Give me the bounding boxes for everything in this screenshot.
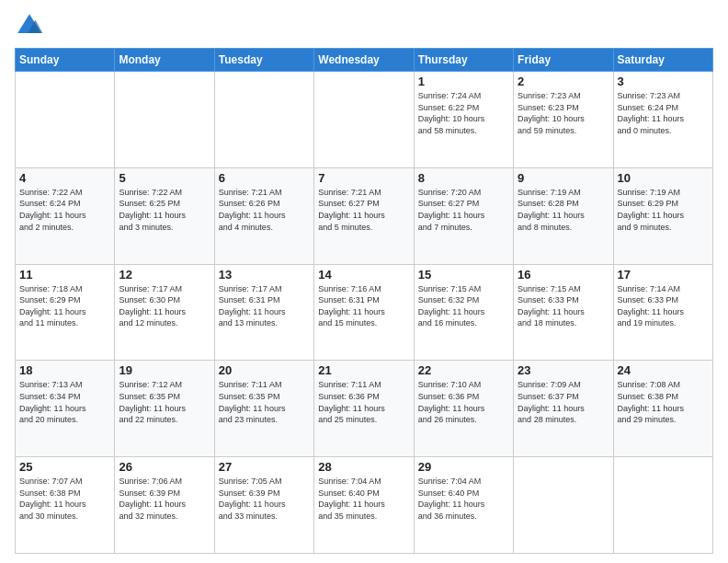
day-info: Sunrise: 7:06 AM Sunset: 6:39 PM Dayligh… — [119, 476, 210, 522]
day-cell: 17Sunrise: 7:14 AM Sunset: 6:33 PM Dayli… — [613, 264, 712, 361]
day-cell: 10Sunrise: 7:19 AM Sunset: 6:29 PM Dayli… — [613, 167, 712, 264]
day-info: Sunrise: 7:13 AM Sunset: 6:34 PM Dayligh… — [19, 379, 110, 425]
day-cell — [613, 457, 712, 554]
day-cell: 12Sunrise: 7:17 AM Sunset: 6:30 PM Dayli… — [115, 264, 214, 361]
day-cell: 4Sunrise: 7:22 AM Sunset: 6:24 PM Daylig… — [16, 167, 115, 264]
day-number: 24 — [618, 363, 709, 377]
weekday-header-sunday: Sunday — [16, 49, 115, 72]
day-info: Sunrise: 7:14 AM Sunset: 6:33 PM Dayligh… — [618, 283, 709, 329]
day-number: 19 — [119, 363, 210, 377]
weekday-header-tuesday: Tuesday — [214, 49, 313, 72]
day-cell: 7Sunrise: 7:21 AM Sunset: 6:27 PM Daylig… — [314, 167, 414, 264]
weekday-header-thursday: Thursday — [414, 49, 513, 72]
calendar: SundayMondayTuesdayWednesdayThursdayFrid… — [15, 48, 713, 554]
header — [15, 11, 713, 40]
logo-icon — [15, 11, 44, 40]
day-info: Sunrise: 7:19 AM Sunset: 6:29 PM Dayligh… — [618, 187, 709, 233]
day-number: 12 — [119, 268, 210, 282]
day-cell: 26Sunrise: 7:06 AM Sunset: 6:39 PM Dayli… — [115, 457, 214, 554]
day-number: 7 — [318, 171, 409, 185]
day-number: 1 — [418, 75, 509, 88]
day-number: 14 — [318, 268, 409, 282]
week-row-0: 1Sunrise: 7:24 AM Sunset: 6:22 PM Daylig… — [16, 72, 713, 168]
day-number: 23 — [518, 363, 609, 377]
day-info: Sunrise: 7:07 AM Sunset: 6:38 PM Dayligh… — [19, 476, 110, 522]
day-cell: 13Sunrise: 7:17 AM Sunset: 6:31 PM Dayli… — [214, 264, 313, 361]
day-cell — [514, 457, 613, 554]
day-number: 17 — [618, 268, 709, 282]
day-info: Sunrise: 7:17 AM Sunset: 6:31 PM Dayligh… — [219, 283, 310, 329]
day-info: Sunrise: 7:17 AM Sunset: 6:30 PM Dayligh… — [119, 283, 210, 329]
day-cell: 16Sunrise: 7:15 AM Sunset: 6:33 PM Dayli… — [514, 264, 613, 361]
day-number: 9 — [518, 171, 609, 185]
day-number: 25 — [19, 460, 110, 474]
weekday-header-wednesday: Wednesday — [314, 49, 414, 72]
week-row-3: 18Sunrise: 7:13 AM Sunset: 6:34 PM Dayli… — [16, 361, 713, 457]
day-number: 16 — [518, 268, 609, 282]
day-cell: 24Sunrise: 7:08 AM Sunset: 6:38 PM Dayli… — [613, 361, 712, 457]
day-cell: 3Sunrise: 7:23 AM Sunset: 6:24 PM Daylig… — [613, 72, 712, 168]
day-cell: 28Sunrise: 7:04 AM Sunset: 6:40 PM Dayli… — [314, 457, 414, 554]
day-number: 4 — [19, 171, 110, 185]
day-info: Sunrise: 7:24 AM Sunset: 6:22 PM Dayligh… — [418, 90, 509, 136]
weekday-header-row: SundayMondayTuesdayWednesdayThursdayFrid… — [16, 49, 713, 72]
day-number: 6 — [219, 171, 310, 185]
day-info: Sunrise: 7:09 AM Sunset: 6:37 PM Dayligh… — [518, 379, 609, 425]
day-cell: 5Sunrise: 7:22 AM Sunset: 6:25 PM Daylig… — [115, 167, 214, 264]
day-cell: 20Sunrise: 7:11 AM Sunset: 6:35 PM Dayli… — [214, 361, 313, 457]
weekday-header-friday: Friday — [514, 49, 613, 72]
day-number: 21 — [318, 363, 409, 377]
weekday-header-monday: Monday — [115, 49, 214, 72]
day-cell: 25Sunrise: 7:07 AM Sunset: 6:38 PM Dayli… — [16, 457, 115, 554]
day-cell: 2Sunrise: 7:23 AM Sunset: 6:23 PM Daylig… — [514, 72, 613, 168]
day-cell — [314, 72, 414, 168]
day-cell: 21Sunrise: 7:11 AM Sunset: 6:36 PM Dayli… — [314, 361, 414, 457]
week-row-4: 25Sunrise: 7:07 AM Sunset: 6:38 PM Dayli… — [16, 457, 713, 554]
day-cell: 19Sunrise: 7:12 AM Sunset: 6:35 PM Dayli… — [115, 361, 214, 457]
day-info: Sunrise: 7:11 AM Sunset: 6:36 PM Dayligh… — [318, 379, 409, 425]
day-cell: 11Sunrise: 7:18 AM Sunset: 6:29 PM Dayli… — [16, 264, 115, 361]
weekday-header-saturday: Saturday — [613, 49, 712, 72]
day-number: 29 — [418, 460, 509, 474]
day-number: 28 — [318, 460, 409, 474]
week-row-2: 11Sunrise: 7:18 AM Sunset: 6:29 PM Dayli… — [16, 264, 713, 361]
day-info: Sunrise: 7:21 AM Sunset: 6:27 PM Dayligh… — [318, 187, 409, 233]
day-info: Sunrise: 7:10 AM Sunset: 6:36 PM Dayligh… — [418, 379, 509, 425]
day-cell: 14Sunrise: 7:16 AM Sunset: 6:31 PM Dayli… — [314, 264, 414, 361]
day-cell: 9Sunrise: 7:19 AM Sunset: 6:28 PM Daylig… — [514, 167, 613, 264]
day-info: Sunrise: 7:05 AM Sunset: 6:39 PM Dayligh… — [219, 476, 310, 522]
day-info: Sunrise: 7:15 AM Sunset: 6:33 PM Dayligh… — [518, 283, 609, 329]
day-cell: 1Sunrise: 7:24 AM Sunset: 6:22 PM Daylig… — [414, 72, 513, 168]
day-info: Sunrise: 7:15 AM Sunset: 6:32 PM Dayligh… — [418, 283, 509, 329]
day-info: Sunrise: 7:08 AM Sunset: 6:38 PM Dayligh… — [618, 379, 709, 425]
day-info: Sunrise: 7:19 AM Sunset: 6:28 PM Dayligh… — [518, 187, 609, 233]
day-info: Sunrise: 7:23 AM Sunset: 6:24 PM Dayligh… — [618, 90, 709, 136]
day-number: 15 — [418, 268, 509, 282]
day-number: 8 — [418, 171, 509, 185]
day-number: 11 — [19, 268, 110, 282]
day-info: Sunrise: 7:11 AM Sunset: 6:35 PM Dayligh… — [219, 379, 310, 425]
day-cell: 22Sunrise: 7:10 AM Sunset: 6:36 PM Dayli… — [414, 361, 513, 457]
day-info: Sunrise: 7:12 AM Sunset: 6:35 PM Dayligh… — [119, 379, 210, 425]
day-number: 26 — [119, 460, 210, 474]
day-cell: 23Sunrise: 7:09 AM Sunset: 6:37 PM Dayli… — [514, 361, 613, 457]
logo — [15, 11, 48, 40]
day-info: Sunrise: 7:23 AM Sunset: 6:23 PM Dayligh… — [518, 90, 609, 136]
day-number: 3 — [618, 75, 709, 88]
day-number: 20 — [219, 363, 310, 377]
day-cell — [16, 72, 115, 168]
day-info: Sunrise: 7:04 AM Sunset: 6:40 PM Dayligh… — [318, 476, 409, 522]
day-number: 2 — [518, 75, 609, 88]
day-info: Sunrise: 7:18 AM Sunset: 6:29 PM Dayligh… — [19, 283, 110, 329]
day-info: Sunrise: 7:22 AM Sunset: 6:25 PM Dayligh… — [119, 187, 210, 233]
day-cell: 8Sunrise: 7:20 AM Sunset: 6:27 PM Daylig… — [414, 167, 513, 264]
day-number: 18 — [19, 363, 110, 377]
day-info: Sunrise: 7:22 AM Sunset: 6:24 PM Dayligh… — [19, 187, 110, 233]
page: SundayMondayTuesdayWednesdayThursdayFrid… — [0, 0, 728, 563]
day-cell — [214, 72, 313, 168]
day-cell: 6Sunrise: 7:21 AM Sunset: 6:26 PM Daylig… — [214, 167, 313, 264]
day-cell: 18Sunrise: 7:13 AM Sunset: 6:34 PM Dayli… — [16, 361, 115, 457]
day-info: Sunrise: 7:20 AM Sunset: 6:27 PM Dayligh… — [418, 187, 509, 233]
day-cell — [115, 72, 214, 168]
day-info: Sunrise: 7:04 AM Sunset: 6:40 PM Dayligh… — [418, 476, 509, 522]
